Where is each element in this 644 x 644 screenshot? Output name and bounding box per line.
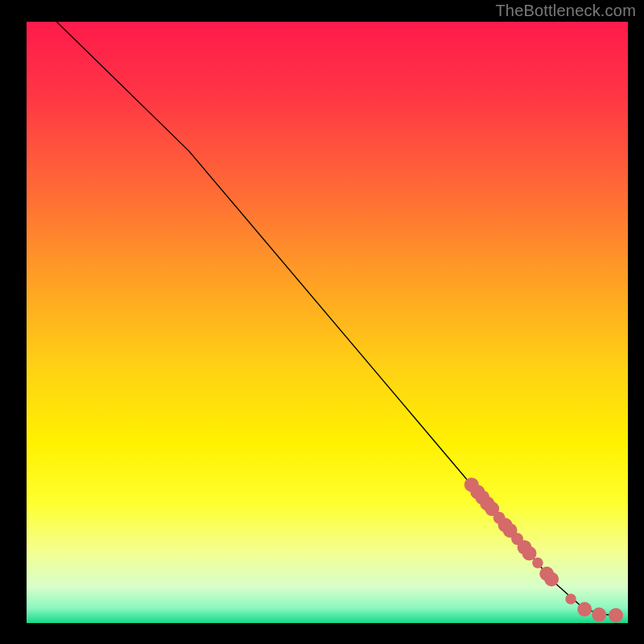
marker-dot bbox=[577, 602, 592, 617]
chart-area bbox=[27, 22, 628, 623]
marker-dot bbox=[544, 572, 559, 587]
marker-dot bbox=[609, 608, 623, 622]
watermark-text: TheBottleneck.com bbox=[495, 2, 636, 20]
chart-background bbox=[27, 22, 628, 623]
marker-dot bbox=[565, 593, 576, 604]
marker-dot bbox=[522, 546, 537, 560]
marker-dot bbox=[532, 558, 543, 568]
chart-svg bbox=[27, 22, 628, 623]
marker-dot bbox=[592, 608, 606, 622]
chart-stage: TheBottleneck.com bbox=[0, 0, 644, 644]
